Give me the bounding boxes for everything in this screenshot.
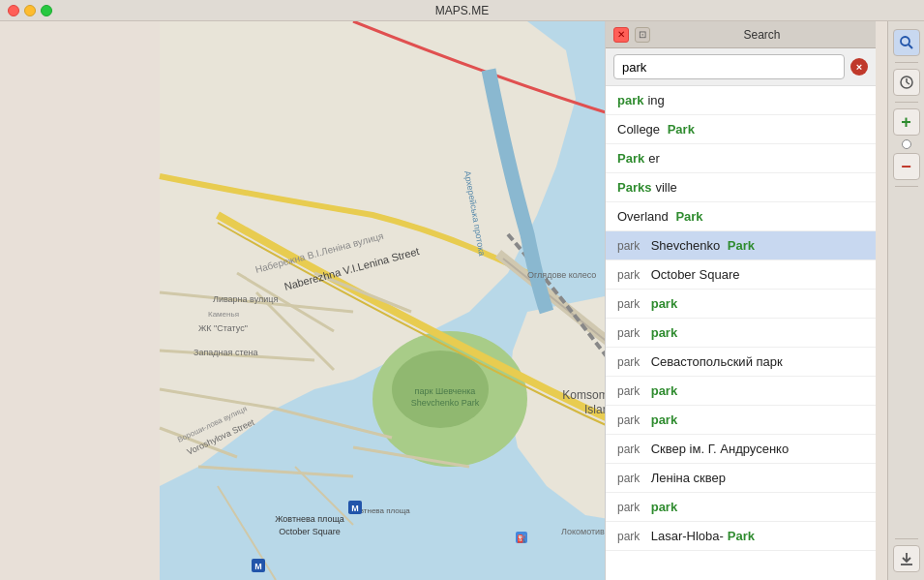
- close-button[interactable]: [8, 5, 19, 16]
- result-prefix: park: [617, 472, 643, 485]
- download-icon: [899, 551, 914, 566]
- toolbar-divider-2: [895, 102, 918, 103]
- panel-restore-button[interactable]: ⊡: [635, 27, 650, 43]
- search-panel-header: ✕ ⊡ Search: [606, 21, 876, 48]
- maximize-button[interactable]: [41, 5, 52, 16]
- result-prefix: park: [617, 326, 643, 340]
- list-item[interactable]: park Сквер ім. Г. Андрусенко: [606, 435, 876, 464]
- toolbar-divider-3: [895, 186, 918, 187]
- svg-text:Ливарна вулиця: Ливарна вулиця: [213, 294, 278, 304]
- list-item[interactable]: park park: [606, 319, 876, 348]
- svg-text:Жовтнева площа: Жовтнева площа: [275, 514, 344, 524]
- list-item[interactable]: park Севастопольский парк: [606, 348, 876, 377]
- svg-line-51: [909, 45, 912, 48]
- zoom-handle[interactable]: [902, 139, 911, 149]
- svg-text:Оглядове колесо: Оглядове колесо: [527, 270, 596, 280]
- clock-icon: [899, 75, 914, 90]
- result-prefix: park: [617, 297, 643, 311]
- list-item[interactable]: Overland Park: [606, 202, 876, 231]
- result-pre: Lasar-Hloba-: [651, 529, 724, 543]
- search-toolbar-button[interactable]: [893, 29, 920, 56]
- result-match: park: [651, 500, 677, 514]
- result-prefix: park: [617, 501, 643, 514]
- svg-text:October Square: October Square: [279, 527, 341, 536]
- result-text: October Square: [651, 267, 740, 282]
- list-item[interactable]: park park: [606, 290, 876, 319]
- history-toolbar-button[interactable]: [893, 69, 920, 96]
- svg-text:Локомотив: Локомотив: [561, 527, 605, 536]
- search-panel-title: Search: [656, 28, 868, 42]
- zoom-slider: [902, 139, 911, 149]
- list-item[interactable]: parking: [606, 86, 876, 115]
- list-item[interactable]: park Леніна сквер: [606, 464, 876, 493]
- result-prefix: park: [617, 355, 643, 369]
- result-prefix: park: [617, 268, 643, 282]
- result-text: Сквер ім. Г. Андрусенко: [651, 442, 789, 456]
- svg-text:⛽: ⛽: [517, 534, 526, 543]
- result-post: ing: [647, 93, 664, 107]
- svg-point-50: [901, 37, 909, 46]
- result-post: er: [648, 151, 660, 166]
- svg-text:M: M: [254, 562, 262, 571]
- result-pre: Overland: [617, 209, 671, 224]
- list-item[interactable]: College Park: [606, 115, 876, 144]
- svg-line-54: [907, 82, 909, 84]
- right-toolbar: + −: [887, 21, 924, 580]
- svg-text:M: M: [351, 504, 359, 513]
- search-icon: [899, 35, 914, 50]
- minimize-button[interactable]: [24, 5, 36, 16]
- result-match: park: [651, 412, 677, 427]
- map-area[interactable]: Naberezhna V.I.Lenina Street Набережна В…: [0, 21, 924, 580]
- result-match: park: [651, 296, 677, 311]
- list-item[interactable]: park park: [606, 377, 876, 406]
- result-match: park: [651, 383, 677, 398]
- list-item[interactable]: park park: [606, 493, 876, 522]
- result-text: Леніна сквер: [651, 471, 726, 485]
- result-match: Parks: [617, 180, 651, 195]
- panel-close-button[interactable]: ✕: [613, 27, 629, 43]
- result-post: ville: [655, 180, 676, 195]
- search-results: parking College Park Parker Parksville O…: [606, 86, 876, 580]
- result-match: Park: [668, 122, 695, 137]
- toolbar-divider-1: [895, 62, 918, 63]
- svg-text:Shevchenko Park: Shevchenko Park: [411, 398, 480, 408]
- list-item[interactable]: park Lasar-Hloba-Park: [606, 522, 876, 551]
- svg-text:Каменья: Каменья: [208, 310, 239, 319]
- toolbar-divider-4: [895, 538, 918, 539]
- result-prefix: park: [617, 384, 643, 398]
- list-item[interactable]: park park: [606, 406, 876, 435]
- svg-text:ЖК "Статус": ЖК "Статус": [198, 323, 248, 333]
- result-prefix: park: [617, 413, 643, 427]
- titlebar: MAPS.ME: [0, 0, 924, 21]
- search-input[interactable]: [613, 54, 845, 79]
- result-prefix: park: [617, 530, 643, 543]
- list-item[interactable]: park October Square: [606, 260, 876, 290]
- search-clear-button[interactable]: ×: [850, 58, 868, 76]
- result-prefix: park: [617, 239, 643, 253]
- result-match: park: [651, 325, 677, 340]
- search-panel: ✕ ⊡ Search × parking College Park Parker…: [605, 21, 876, 580]
- list-item[interactable]: park Shevchenko Park: [606, 231, 876, 260]
- result-match: park: [617, 93, 643, 107]
- zoom-in-button[interactable]: +: [893, 108, 920, 136]
- svg-text:парк Шевченка: парк Шевченка: [415, 386, 476, 396]
- app-title: MAPS.ME: [435, 4, 489, 17]
- window-controls: [8, 5, 52, 16]
- list-item[interactable]: Parker: [606, 144, 876, 173]
- result-match: Park: [728, 238, 755, 253]
- search-input-row: ×: [606, 48, 876, 86]
- result-pre: Shevchenko: [651, 238, 724, 253]
- list-item[interactable]: Parksville: [606, 173, 876, 202]
- result-match: Park: [617, 151, 644, 166]
- download-toolbar-button[interactable]: [893, 545, 920, 572]
- result-text: Севастопольский парк: [651, 354, 783, 369]
- result-match: Park: [728, 529, 755, 543]
- zoom-out-button[interactable]: −: [893, 153, 920, 180]
- result-pre: College: [617, 122, 664, 137]
- svg-text:Западная стена: Западная стена: [194, 348, 257, 357]
- result-prefix: park: [617, 443, 643, 456]
- result-match: Park: [675, 209, 702, 224]
